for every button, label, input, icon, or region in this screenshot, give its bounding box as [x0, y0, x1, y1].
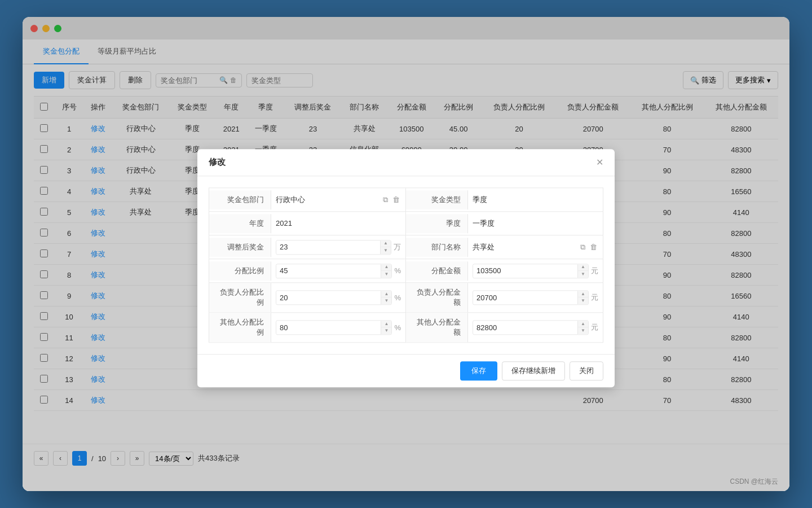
edit-link[interactable]: 修改 — [83, 390, 113, 411]
alloc-amount-stepper[interactable]: ▲ ▼ — [473, 264, 589, 278]
save-button[interactable]: 保存 — [460, 361, 497, 380]
lead-ratio-input[interactable] — [276, 291, 381, 304]
bonus-dept-copy-btn[interactable]: ⧉ — [382, 194, 389, 205]
lead-amount-up-btn[interactable]: ▲ — [578, 291, 588, 297]
other-ratio-up-btn[interactable]: ▲ — [381, 321, 391, 327]
lead-amount-down-btn[interactable]: ▼ — [578, 297, 588, 304]
toolbar-right: 🔍 筛选 更多搜索 ▾ — [683, 71, 778, 89]
page-current[interactable]: 1 — [72, 451, 87, 466]
edit-link[interactable]: 修改 — [83, 244, 113, 265]
alloc-ratio-stepper[interactable]: ▲ ▼ — [276, 264, 392, 278]
close-button[interactable] — [30, 25, 38, 32]
maximize-button[interactable] — [54, 25, 61, 32]
select-all-checkbox[interactable] — [40, 103, 48, 111]
other-amount-stepper[interactable]: ▲ ▼ — [473, 320, 589, 335]
row-checkbox[interactable] — [40, 375, 48, 383]
row-checkbox[interactable] — [40, 249, 48, 257]
edit-link[interactable]: 修改 — [83, 286, 113, 306]
other-ratio-input-area: ▲ ▼ % — [271, 320, 405, 335]
page-next-btn[interactable]: › — [111, 451, 125, 466]
adjusted-up-btn[interactable]: ▲ — [381, 240, 391, 247]
row-checkbox[interactable] — [40, 396, 48, 404]
edit-link[interactable]: 修改 — [83, 202, 113, 223]
table-cell: 4140 — [704, 348, 778, 369]
row-checkbox[interactable] — [40, 333, 48, 341]
table-cell: 13 — [55, 369, 84, 390]
other-amount-input[interactable] — [473, 321, 577, 334]
bonus-dept-delete-btn[interactable]: 🗑 — [391, 194, 401, 205]
titlebar — [23, 17, 789, 40]
tab-bonus-distribution[interactable]: 奖金包分配 — [34, 40, 89, 64]
modal-close-btn[interactable]: ✕ — [596, 157, 603, 168]
table-cell: 5 — [55, 202, 84, 223]
alloc-ratio-up-btn[interactable]: ▲ — [381, 264, 391, 271]
add-button[interactable]: 新增 — [34, 72, 64, 89]
edit-link[interactable]: 修改 — [83, 306, 113, 327]
filter-button[interactable]: 🔍 筛选 — [683, 71, 723, 89]
lead-amount-stepper[interactable]: ▲ ▼ — [473, 290, 589, 305]
edit-link[interactable]: 修改 — [83, 160, 113, 181]
other-ratio-down-btn[interactable]: ▼ — [381, 327, 391, 334]
edit-link[interactable]: 修改 — [83, 327, 113, 348]
page-last-btn[interactable]: » — [130, 451, 144, 466]
alloc-amount-down-btn[interactable]: ▼ — [578, 271, 588, 278]
table-cell: 70 — [630, 390, 704, 411]
table-cell: 90 — [630, 160, 704, 181]
alloc-ratio-down-btn[interactable]: ▼ — [381, 271, 391, 278]
more-search-button[interactable]: 更多搜索 ▾ — [728, 71, 778, 89]
year-input[interactable] — [276, 219, 401, 227]
deptname-delete-btn[interactable]: 🗑 — [589, 242, 598, 252]
page-prev-btn[interactable]: ‹ — [53, 451, 68, 466]
col-dept: 奖金包部门 — [113, 97, 169, 119]
page-first-btn[interactable]: « — [34, 451, 48, 466]
row-checkbox[interactable] — [40, 291, 48, 299]
adjusted-down-btn[interactable]: ▼ — [381, 247, 391, 254]
search-dept-delete-icon[interactable]: 🗑 — [230, 76, 237, 84]
alloc-ratio-input[interactable] — [276, 264, 381, 277]
adjusted-stepper[interactable]: ▲ ▼ — [276, 240, 391, 255]
delete-button[interactable]: 删除 — [120, 71, 151, 89]
other-amount-down-btn[interactable]: ▼ — [578, 327, 588, 334]
row-checkbox[interactable] — [40, 270, 48, 278]
row-checkbox[interactable] — [40, 354, 48, 362]
search-dept-box[interactable]: 🔍 🗑 — [156, 73, 242, 87]
other-ratio-stepper[interactable]: ▲ ▼ — [276, 320, 392, 335]
table-cell: 20700 — [556, 390, 630, 411]
row-checkbox[interactable] — [40, 166, 48, 174]
row-checkbox[interactable] — [40, 229, 48, 237]
save-continue-button[interactable]: 保存继续新增 — [502, 361, 565, 380]
edit-link[interactable]: 修改 — [83, 223, 113, 244]
edit-link[interactable]: 修改 — [83, 265, 113, 286]
alloc-amount-up-btn[interactable]: ▲ — [578, 264, 588, 271]
edit-link[interactable]: 修改 — [83, 119, 113, 139]
calc-button[interactable]: 奖金计算 — [69, 71, 115, 89]
deptname-copy-btn[interactable]: ⧉ — [579, 242, 586, 253]
row-checkbox[interactable] — [40, 208, 48, 216]
close-button-modal[interactable]: 关闭 — [570, 361, 603, 380]
lead-ratio-down-btn[interactable]: ▼ — [381, 297, 391, 304]
row-checkbox[interactable] — [40, 187, 48, 195]
row-checkbox[interactable] — [40, 124, 48, 132]
alloc-amount-input[interactable] — [473, 264, 577, 277]
other-ratio-input[interactable] — [276, 321, 381, 334]
table-cell: 80 — [630, 327, 704, 348]
row-checkbox[interactable] — [40, 145, 48, 153]
edit-link[interactable]: 修改 — [83, 139, 113, 160]
lead-ratio-up-btn[interactable]: ▲ — [381, 291, 391, 297]
tab-grade-salary[interactable]: 等级月薪平均占比 — [89, 40, 165, 64]
minimize-button[interactable] — [42, 25, 50, 32]
lead-ratio-stepper[interactable]: ▲ ▼ — [276, 290, 392, 305]
edit-link[interactable]: 修改 — [83, 181, 113, 202]
edit-link[interactable]: 修改 — [83, 348, 113, 369]
search-dept-input[interactable] — [161, 76, 217, 85]
search-type-box[interactable] — [246, 73, 313, 87]
row-checkbox[interactable] — [40, 312, 48, 320]
edit-link[interactable]: 修改 — [83, 369, 113, 390]
search-type-input[interactable] — [251, 76, 308, 85]
quarter-value: 一季度 — [473, 218, 598, 229]
adjusted-input[interactable] — [276, 240, 380, 253]
other-amount-up-btn[interactable]: ▲ — [578, 321, 588, 327]
year-input-area[interactable] — [271, 219, 405, 227]
page-size-select[interactable]: 14条/页 — [149, 452, 193, 466]
lead-amount-input[interactable] — [473, 291, 577, 304]
